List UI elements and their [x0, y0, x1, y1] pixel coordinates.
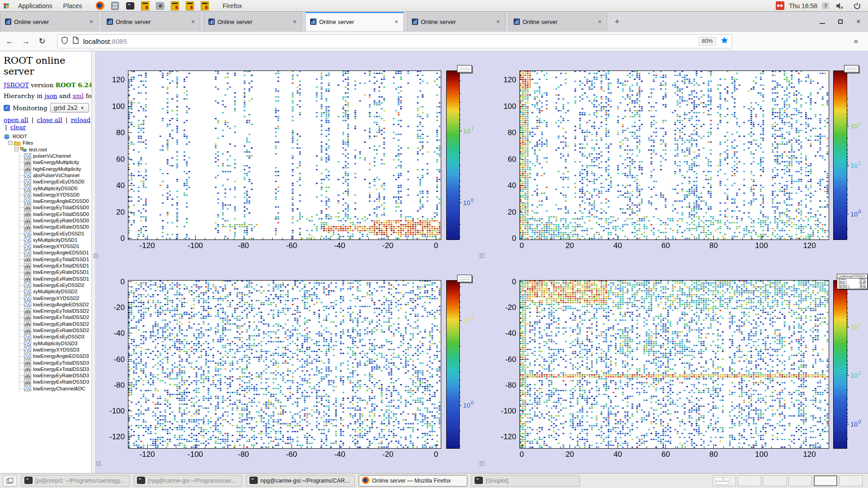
stats-box[interactable]: lowEnergyXYDSSD3Entries32011Mean x52.38M… — [837, 274, 868, 289]
midas-icon[interactable] — [170, 1, 179, 10]
tree-item-lowEnergyEyRateDSSD3[interactable]: lowEnergyEyRateDSSD3 — [33, 373, 89, 378]
tree-item-highEnergyMultiplicity[interactable]: highEnergyMultiplicity — [33, 166, 81, 172]
tree-item-lowEnergyExRateDSSD3[interactable]: lowEnergyExRateDSSD3 — [33, 379, 89, 385]
tree-item-lowEnergyEyTotalDSSD0[interactable]: lowEnergyEyTotalDSSD0 — [33, 205, 89, 210]
tree-item-lowEnergyXYDSSD0[interactable]: lowEnergyXYDSSD0 — [33, 192, 80, 197]
tree-item-xyMultiplicityDSSD1[interactable]: xyMultiplicityDSSD1 — [33, 237, 77, 243]
url-bar[interactable]: localhost:8085 80% — [57, 34, 732, 48]
tree-item-lowEnergyMultiplicity[interactable]: lowEnergyMultiplicity — [33, 160, 79, 165]
keyboard-indicator-icon[interactable]: ? — [822, 2, 829, 9]
workspace-3[interactable] — [763, 475, 787, 486]
xml-link[interactable]: xml — [72, 92, 84, 99]
volume-muted-icon[interactable] — [835, 1, 844, 10]
url-text[interactable]: localhost:8085 — [83, 38, 698, 45]
browser-tab-2[interactable]: Online server× — [102, 12, 200, 31]
back-button[interactable]: ← — [3, 34, 16, 48]
tree-item-lowEnergyAngleEDSSD1[interactable]: lowEnergyAngleEDSSD1 — [33, 250, 89, 255]
collapsed-stats-box[interactable] — [457, 275, 472, 282]
tree-label-root[interactable]: ROOT — [13, 134, 27, 139]
tree-item-lowEnergyExEyDSSD0[interactable]: lowEnergyExEyDSSD0 — [33, 179, 85, 184]
reload-button[interactable]: ↻ — [35, 34, 49, 48]
monitoring-checkbox[interactable]: ✓ — [4, 105, 10, 111]
plot-canvas-top-left[interactable] — [96, 52, 482, 262]
browser-tab-4[interactable]: Online server× — [305, 12, 404, 31]
taskbar-button-2[interactable]: [npg@carme-gsi:~/Programs/caenlo... — [133, 475, 242, 487]
window-list-button[interactable] — [3, 475, 17, 487]
power-icon[interactable] — [853, 1, 862, 10]
tree-item-lowEnergyEyRateDSSD2[interactable]: lowEnergyEyRateDSSD2 — [33, 321, 89, 327]
workspace-4[interactable] — [788, 475, 812, 486]
layout-select[interactable]: grid 2x2▾ — [50, 103, 89, 113]
action-link-close-all[interactable]: close all — [37, 116, 62, 123]
places-menu[interactable]: Places — [58, 0, 88, 11]
firefox-icon[interactable] — [96, 1, 105, 10]
tab-close-icon[interactable]: × — [190, 18, 196, 25]
json-link[interactable]: json — [45, 92, 57, 99]
page-info-icon[interactable] — [72, 37, 79, 46]
tree-expander[interactable]: − — [8, 141, 12, 145]
clock[interactable]: Thu 16:58 — [789, 2, 817, 9]
tree-item-lowEnergyEyTotalDSSD2[interactable]: lowEnergyEyTotalDSSD2 — [33, 308, 89, 314]
tree-item-lowEnergyExEyDSSD3[interactable]: lowEnergyExEyDSSD3 — [33, 334, 85, 339]
plot-canvas-bottom-right[interactable] — [482, 262, 868, 472]
midas-icon[interactable] — [185, 1, 194, 10]
pane-resize-handle[interactable] — [96, 461, 101, 466]
tree-item-lowEnergyAngleEDSSD3[interactable]: lowEnergyAngleEDSSD3 — [33, 353, 89, 359]
workspace-5[interactable] — [814, 475, 837, 486]
tree-item-lowEnergyEyRateDSSD1[interactable]: lowEnergyEyRateDSSD1 — [33, 269, 89, 275]
browser-tab-1[interactable]: Online server× — [0, 12, 99, 31]
taskbar-button-5[interactable]: [Gnuplot] — [471, 475, 580, 487]
tree-item-absPulserVsChannel[interactable]: absPulserVsChannel — [33, 173, 80, 178]
pane-resize-handle[interactable] — [94, 253, 98, 258]
tree-item-lowEnergyEyTotalDSSD3[interactable]: lowEnergyEyTotalDSSD3 — [33, 360, 89, 366]
shield-icon[interactable] — [61, 37, 68, 46]
tree-item-lowEnergyExTotalDSSD0[interactable]: lowEnergyExTotalDSSD0 — [33, 211, 89, 217]
action-link-clear[interactable]: clear — [10, 123, 26, 131]
tree-item-lowEnergyExTotalDSSD1[interactable]: lowEnergyExTotalDSSD1 — [33, 263, 89, 268]
browser-tab-5[interactable]: Online server× — [407, 12, 505, 31]
tab-close-icon[interactable]: × — [597, 18, 603, 25]
bookmark-star-icon[interactable] — [721, 37, 728, 46]
tree-item-lowEnergyAngleEDSSD2[interactable]: lowEnergyAngleEDSSD2 — [33, 302, 89, 307]
browser-tab-6[interactable]: Online server× — [509, 12, 607, 31]
tree-item-lowEnergyExRateDSSD2[interactable]: lowEnergyExRateDSSD2 — [33, 328, 89, 333]
distro-menu-icon[interactable] — [2, 1, 11, 10]
applications-menu[interactable]: Applications — [13, 0, 58, 11]
forward-button[interactable]: → — [19, 34, 33, 48]
tab-close-icon[interactable]: × — [393, 18, 400, 25]
window-maximize-button[interactable] — [837, 19, 844, 25]
action-link-reload[interactable]: reload — [71, 116, 91, 123]
tree-label-test-root[interactable]: test.root — [29, 147, 47, 152]
window-minimize-button[interactable] — [819, 19, 826, 25]
tree-item-xyMultiplicityDSSD3[interactable]: xyMultiplicityDSSD3 — [33, 341, 77, 346]
tree-item-lowEnergyExEyDSSD1[interactable]: lowEnergyExEyDSSD1 — [33, 231, 85, 236]
tree-item-lowEnergyExTotalDSSD2[interactable]: lowEnergyExTotalDSSD2 — [33, 314, 89, 320]
pane-resize-handle[interactable] — [480, 253, 484, 258]
workspace-2[interactable] — [738, 475, 761, 486]
tree-item-lowEnergyExRateDSSD1[interactable]: lowEnergyExRateDSSD1 — [33, 276, 89, 282]
camera-icon[interactable] — [156, 1, 165, 10]
sidebar-scrollbar[interactable] — [91, 52, 96, 473]
tree-item-lowEnergyXYDSSD2[interactable]: lowEnergyXYDSSD2 — [33, 296, 80, 301]
action-link-open-all[interactable]: open all — [4, 116, 28, 123]
browser-tab-3[interactable]: Online server× — [203, 12, 302, 31]
window-close-button[interactable]: × — [855, 19, 862, 25]
pane-resize-handle[interactable] — [480, 461, 484, 466]
zoom-level-indicator[interactable]: 80% — [698, 37, 716, 46]
workspace-1[interactable] — [712, 475, 736, 486]
tree-expander[interactable]: − — [14, 147, 19, 151]
tree-item-pulserVsChannel[interactable]: pulserVsChannel — [33, 153, 71, 159]
tab-close-icon[interactable]: × — [495, 18, 501, 25]
tree-item-lowEnergyEyRateDSSD0[interactable]: lowEnergyEyRateDSSD0 — [33, 218, 89, 223]
new-tab-button[interactable]: + — [610, 12, 624, 31]
tab-close-icon[interactable]: × — [292, 18, 298, 25]
tab-close-icon[interactable]: × — [88, 18, 94, 25]
taskbar-button-1[interactable]: [pi@nnrpi1: ~/Programs/caenlogger] — [21, 475, 130, 487]
plot-canvas-top-right[interactable] — [482, 52, 868, 262]
tree-item-lowEnergyAngleEDSSD0[interactable]: lowEnergyAngleEDSSD0 — [33, 198, 89, 204]
tree-item-xyMultiplicityDSSD0[interactable]: xyMultiplicityDSSD0 — [33, 186, 77, 191]
tree-item-lowEnergyEyTotalDSSD1[interactable]: lowEnergyEyTotalDSSD1 — [33, 257, 89, 262]
midas-icon[interactable] — [141, 1, 150, 10]
recording-indicator-icon[interactable] — [776, 1, 784, 10]
tree-item-xyMultiplicityDSSD2[interactable]: xyMultiplicityDSSD2 — [33, 289, 77, 294]
